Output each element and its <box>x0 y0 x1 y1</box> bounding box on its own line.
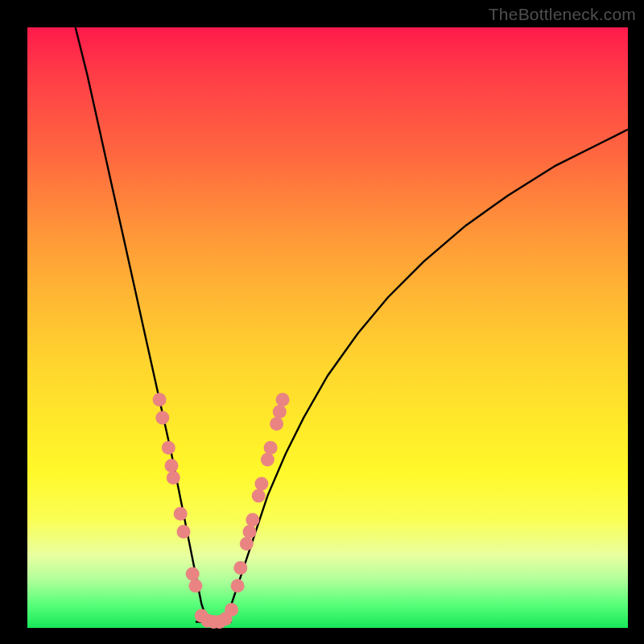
curve-group <box>76 27 628 622</box>
data-marker <box>273 405 287 419</box>
plot-area <box>27 27 628 628</box>
data-marker <box>276 393 290 407</box>
data-marker <box>261 453 275 467</box>
markers-group <box>153 393 290 629</box>
data-marker <box>153 393 167 407</box>
data-marker <box>254 477 268 491</box>
data-marker <box>177 525 191 539</box>
data-marker <box>162 441 175 455</box>
data-marker <box>225 603 238 617</box>
data-marker <box>155 411 169 424</box>
data-marker <box>264 441 278 455</box>
chart-svg <box>27 27 628 628</box>
data-marker <box>270 417 283 431</box>
data-marker <box>240 537 254 551</box>
data-marker <box>174 507 188 521</box>
data-marker <box>246 513 259 526</box>
data-marker <box>188 579 202 592</box>
data-marker <box>231 579 245 592</box>
curve-right <box>225 130 628 622</box>
data-marker <box>243 525 257 539</box>
chart-container: TheBottleneck.com <box>0 0 644 644</box>
data-marker <box>233 561 247 575</box>
data-marker <box>167 471 180 485</box>
data-marker <box>252 489 266 502</box>
data-marker <box>165 459 179 473</box>
watermark-text: TheBottleneck.com <box>489 5 636 24</box>
data-marker <box>186 567 200 580</box>
